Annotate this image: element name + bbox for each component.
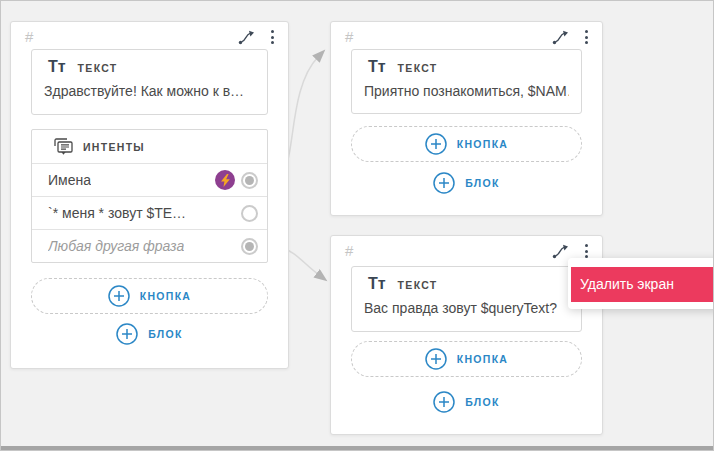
intents-block[interactable]: ИНТЕНТЫ Имена `* меня * зовут $TE… Любая…	[31, 129, 268, 263]
text-block-header: Tт ТЕКСТ	[368, 275, 581, 293]
add-button-label: КНОПКА	[140, 290, 192, 302]
screen-id-placeholder[interactable]: #	[345, 28, 353, 45]
screen-card-top-right[interactable]: # Tт ТЕКСТ Приятно познакомиться, $NAM… …	[330, 21, 603, 216]
connections-icon[interactable]	[552, 244, 569, 259]
horizontal-scrollbar[interactable]	[0, 446, 714, 451]
intents-label: ИНТЕНТЫ	[83, 141, 145, 153]
card-header-actions	[552, 29, 590, 45]
add-button-button[interactable]: КНОПКА	[351, 341, 582, 377]
intents-icon	[54, 138, 73, 156]
add-block-button[interactable]: БЛОК	[11, 322, 288, 346]
intent-row[interactable]: Имена	[32, 164, 267, 197]
text-block-label: ТЕКСТ	[398, 279, 438, 291]
card-header-actions	[552, 243, 590, 259]
screen-id-placeholder[interactable]: #	[25, 28, 33, 45]
intent-row[interactable]: Любая другая фраза	[32, 230, 267, 262]
text-type-icon: Tт	[368, 58, 386, 76]
connection-port[interactable]	[241, 238, 258, 255]
add-block-label: БЛОК	[465, 177, 499, 189]
add-button-label: КНОПКА	[457, 353, 509, 365]
plus-circle-icon	[425, 348, 447, 370]
text-block[interactable]: Tт ТЕКСТ Здравствуйте! Как можно к в…	[31, 49, 268, 115]
screen-card-bottom-right[interactable]: # Tт ТЕКСТ Вас правда зовут $queryText? …	[330, 235, 603, 435]
add-button-label: КНОПКА	[457, 138, 509, 150]
screen-context-menu: Удалить экран	[568, 258, 714, 309]
add-button-button[interactable]: КНОПКА	[351, 126, 582, 162]
card-header-actions	[238, 29, 276, 45]
text-block[interactable]: Tт ТЕКСТ Вас правда зовут $queryText?	[351, 266, 582, 332]
more-menu-icon[interactable]	[269, 29, 276, 45]
add-button-button[interactable]: КНОПКА	[31, 278, 268, 314]
text-block-header: Tт ТЕКСТ	[48, 58, 267, 76]
text-block-content[interactable]: Здравствуйте! Как можно к в…	[44, 83, 255, 99]
more-menu-icon[interactable]	[583, 243, 590, 259]
text-block-label: ТЕКСТ	[78, 62, 118, 74]
text-block-content[interactable]: Вас правда зовут $queryText?	[364, 300, 569, 316]
plus-circle-icon	[433, 172, 455, 194]
intents-header[interactable]: ИНТЕНТЫ	[32, 130, 267, 164]
delete-screen-menu-item[interactable]: Удалить экран	[571, 267, 714, 302]
plus-circle-icon	[108, 285, 130, 307]
connections-icon[interactable]	[552, 30, 569, 45]
connection-port[interactable]	[241, 205, 258, 222]
plus-circle-icon	[425, 133, 447, 155]
add-block-button[interactable]: БЛОК	[331, 171, 602, 195]
screen-card-left[interactable]: # Tт ТЕКСТ Здравствуйте! Как можно к в… …	[10, 21, 289, 369]
text-type-icon: Tт	[48, 58, 66, 76]
add-block-button[interactable]: БЛОК	[331, 390, 602, 414]
text-block-header: Tт ТЕКСТ	[368, 58, 581, 76]
intent-row[interactable]: `* меня * зовут $TE…	[32, 197, 267, 230]
text-type-icon: Tт	[368, 275, 386, 293]
connection-port[interactable]	[241, 172, 258, 189]
add-block-label: БЛОК	[148, 328, 182, 340]
text-block-content[interactable]: Приятно познакомиться, $NAM…	[364, 83, 569, 99]
more-menu-icon[interactable]	[583, 29, 590, 45]
plus-circle-icon	[433, 391, 455, 413]
connections-icon[interactable]	[238, 30, 255, 45]
screen-id-placeholder[interactable]: #	[345, 242, 353, 259]
plus-circle-icon	[116, 323, 138, 345]
add-block-label: БЛОК	[465, 396, 499, 408]
lightning-badge-icon	[215, 170, 235, 190]
text-block-label: ТЕКСТ	[398, 62, 438, 74]
text-block[interactable]: Tт ТЕКСТ Приятно познакомиться, $NAM…	[351, 49, 582, 114]
